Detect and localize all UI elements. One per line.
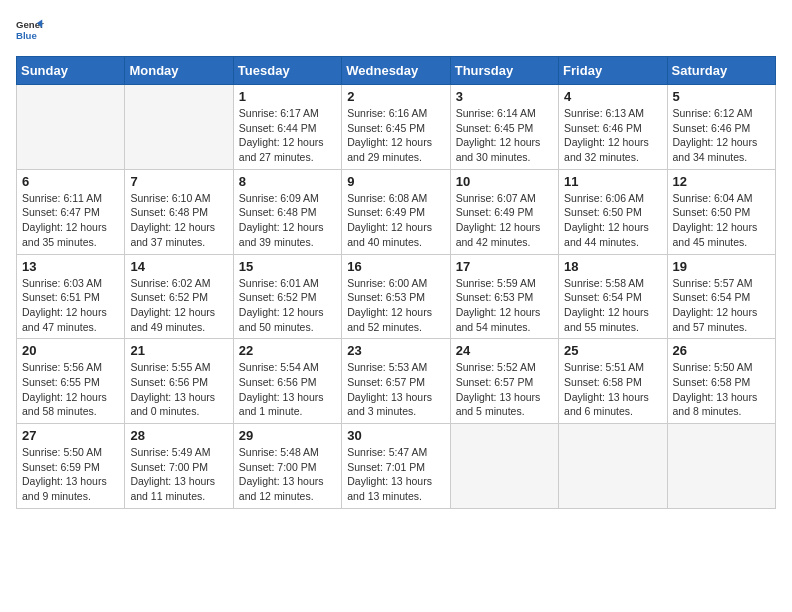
calendar-cell: 30Sunrise: 5:47 AM Sunset: 7:01 PM Dayli… xyxy=(342,424,450,509)
calendar-day-header: Saturday xyxy=(667,57,775,85)
day-number: 8 xyxy=(239,174,336,189)
day-number: 3 xyxy=(456,89,553,104)
calendar-cell: 21Sunrise: 5:55 AM Sunset: 6:56 PM Dayli… xyxy=(125,339,233,424)
calendar-header-row: SundayMondayTuesdayWednesdayThursdayFrid… xyxy=(17,57,776,85)
day-number: 25 xyxy=(564,343,661,358)
day-number: 15 xyxy=(239,259,336,274)
day-detail: Sunrise: 6:12 AM Sunset: 6:46 PM Dayligh… xyxy=(673,106,770,165)
day-detail: Sunrise: 6:16 AM Sunset: 6:45 PM Dayligh… xyxy=(347,106,444,165)
day-detail: Sunrise: 6:00 AM Sunset: 6:53 PM Dayligh… xyxy=(347,276,444,335)
day-number: 27 xyxy=(22,428,119,443)
day-number: 17 xyxy=(456,259,553,274)
logo: General Blue xyxy=(16,16,44,44)
calendar-cell: 13Sunrise: 6:03 AM Sunset: 6:51 PM Dayli… xyxy=(17,254,125,339)
calendar-cell xyxy=(17,85,125,170)
calendar-week-row: 6Sunrise: 6:11 AM Sunset: 6:47 PM Daylig… xyxy=(17,169,776,254)
calendar-cell: 9Sunrise: 6:08 AM Sunset: 6:49 PM Daylig… xyxy=(342,169,450,254)
calendar-cell xyxy=(450,424,558,509)
calendar-cell: 23Sunrise: 5:53 AM Sunset: 6:57 PM Dayli… xyxy=(342,339,450,424)
day-detail: Sunrise: 5:51 AM Sunset: 6:58 PM Dayligh… xyxy=(564,360,661,419)
calendar-cell: 2Sunrise: 6:16 AM Sunset: 6:45 PM Daylig… xyxy=(342,85,450,170)
calendar-cell: 17Sunrise: 5:59 AM Sunset: 6:53 PM Dayli… xyxy=(450,254,558,339)
day-detail: Sunrise: 6:09 AM Sunset: 6:48 PM Dayligh… xyxy=(239,191,336,250)
day-detail: Sunrise: 6:10 AM Sunset: 6:48 PM Dayligh… xyxy=(130,191,227,250)
day-number: 19 xyxy=(673,259,770,274)
day-number: 12 xyxy=(673,174,770,189)
day-detail: Sunrise: 6:04 AM Sunset: 6:50 PM Dayligh… xyxy=(673,191,770,250)
day-detail: Sunrise: 5:53 AM Sunset: 6:57 PM Dayligh… xyxy=(347,360,444,419)
day-number: 4 xyxy=(564,89,661,104)
calendar-cell: 26Sunrise: 5:50 AM Sunset: 6:58 PM Dayli… xyxy=(667,339,775,424)
day-detail: Sunrise: 6:02 AM Sunset: 6:52 PM Dayligh… xyxy=(130,276,227,335)
calendar-cell: 24Sunrise: 5:52 AM Sunset: 6:57 PM Dayli… xyxy=(450,339,558,424)
calendar-cell xyxy=(667,424,775,509)
day-detail: Sunrise: 6:11 AM Sunset: 6:47 PM Dayligh… xyxy=(22,191,119,250)
calendar-cell: 14Sunrise: 6:02 AM Sunset: 6:52 PM Dayli… xyxy=(125,254,233,339)
day-number: 20 xyxy=(22,343,119,358)
calendar-day-header: Thursday xyxy=(450,57,558,85)
calendar-cell: 18Sunrise: 5:58 AM Sunset: 6:54 PM Dayli… xyxy=(559,254,667,339)
calendar-day-header: Tuesday xyxy=(233,57,341,85)
day-detail: Sunrise: 6:06 AM Sunset: 6:50 PM Dayligh… xyxy=(564,191,661,250)
calendar-day-header: Friday xyxy=(559,57,667,85)
calendar-week-row: 20Sunrise: 5:56 AM Sunset: 6:55 PM Dayli… xyxy=(17,339,776,424)
calendar-cell: 20Sunrise: 5:56 AM Sunset: 6:55 PM Dayli… xyxy=(17,339,125,424)
day-number: 23 xyxy=(347,343,444,358)
day-number: 16 xyxy=(347,259,444,274)
day-number: 24 xyxy=(456,343,553,358)
calendar-cell: 29Sunrise: 5:48 AM Sunset: 7:00 PM Dayli… xyxy=(233,424,341,509)
calendar-cell: 1Sunrise: 6:17 AM Sunset: 6:44 PM Daylig… xyxy=(233,85,341,170)
day-number: 22 xyxy=(239,343,336,358)
day-number: 18 xyxy=(564,259,661,274)
day-number: 21 xyxy=(130,343,227,358)
calendar-cell: 8Sunrise: 6:09 AM Sunset: 6:48 PM Daylig… xyxy=(233,169,341,254)
day-detail: Sunrise: 5:52 AM Sunset: 6:57 PM Dayligh… xyxy=(456,360,553,419)
calendar-cell: 16Sunrise: 6:00 AM Sunset: 6:53 PM Dayli… xyxy=(342,254,450,339)
calendar-cell: 27Sunrise: 5:50 AM Sunset: 6:59 PM Dayli… xyxy=(17,424,125,509)
calendar-week-row: 13Sunrise: 6:03 AM Sunset: 6:51 PM Dayli… xyxy=(17,254,776,339)
calendar-table: SundayMondayTuesdayWednesdayThursdayFrid… xyxy=(16,56,776,509)
calendar-cell: 3Sunrise: 6:14 AM Sunset: 6:45 PM Daylig… xyxy=(450,85,558,170)
day-detail: Sunrise: 6:13 AM Sunset: 6:46 PM Dayligh… xyxy=(564,106,661,165)
day-detail: Sunrise: 5:47 AM Sunset: 7:01 PM Dayligh… xyxy=(347,445,444,504)
calendar-cell: 10Sunrise: 6:07 AM Sunset: 6:49 PM Dayli… xyxy=(450,169,558,254)
day-number: 2 xyxy=(347,89,444,104)
calendar-week-row: 27Sunrise: 5:50 AM Sunset: 6:59 PM Dayli… xyxy=(17,424,776,509)
calendar-cell: 4Sunrise: 6:13 AM Sunset: 6:46 PM Daylig… xyxy=(559,85,667,170)
calendar-cell: 5Sunrise: 6:12 AM Sunset: 6:46 PM Daylig… xyxy=(667,85,775,170)
calendar-cell: 15Sunrise: 6:01 AM Sunset: 6:52 PM Dayli… xyxy=(233,254,341,339)
day-detail: Sunrise: 5:57 AM Sunset: 6:54 PM Dayligh… xyxy=(673,276,770,335)
day-detail: Sunrise: 5:56 AM Sunset: 6:55 PM Dayligh… xyxy=(22,360,119,419)
day-detail: Sunrise: 5:49 AM Sunset: 7:00 PM Dayligh… xyxy=(130,445,227,504)
day-number: 14 xyxy=(130,259,227,274)
day-number: 29 xyxy=(239,428,336,443)
day-detail: Sunrise: 6:08 AM Sunset: 6:49 PM Dayligh… xyxy=(347,191,444,250)
day-detail: Sunrise: 6:07 AM Sunset: 6:49 PM Dayligh… xyxy=(456,191,553,250)
day-detail: Sunrise: 6:14 AM Sunset: 6:45 PM Dayligh… xyxy=(456,106,553,165)
day-number: 11 xyxy=(564,174,661,189)
day-number: 6 xyxy=(22,174,119,189)
page-header: General Blue xyxy=(16,16,776,44)
day-detail: Sunrise: 5:48 AM Sunset: 7:00 PM Dayligh… xyxy=(239,445,336,504)
calendar-day-header: Monday xyxy=(125,57,233,85)
calendar-cell: 11Sunrise: 6:06 AM Sunset: 6:50 PM Dayli… xyxy=(559,169,667,254)
day-detail: Sunrise: 5:54 AM Sunset: 6:56 PM Dayligh… xyxy=(239,360,336,419)
day-detail: Sunrise: 5:58 AM Sunset: 6:54 PM Dayligh… xyxy=(564,276,661,335)
svg-text:Blue: Blue xyxy=(16,30,37,41)
day-number: 7 xyxy=(130,174,227,189)
day-detail: Sunrise: 6:17 AM Sunset: 6:44 PM Dayligh… xyxy=(239,106,336,165)
day-detail: Sunrise: 6:01 AM Sunset: 6:52 PM Dayligh… xyxy=(239,276,336,335)
logo-icon: General Blue xyxy=(16,16,44,44)
calendar-day-header: Wednesday xyxy=(342,57,450,85)
day-number: 26 xyxy=(673,343,770,358)
calendar-cell: 6Sunrise: 6:11 AM Sunset: 6:47 PM Daylig… xyxy=(17,169,125,254)
calendar-cell xyxy=(559,424,667,509)
calendar-cell: 19Sunrise: 5:57 AM Sunset: 6:54 PM Dayli… xyxy=(667,254,775,339)
day-number: 5 xyxy=(673,89,770,104)
day-detail: Sunrise: 6:03 AM Sunset: 6:51 PM Dayligh… xyxy=(22,276,119,335)
calendar-cell: 7Sunrise: 6:10 AM Sunset: 6:48 PM Daylig… xyxy=(125,169,233,254)
calendar-cell: 28Sunrise: 5:49 AM Sunset: 7:00 PM Dayli… xyxy=(125,424,233,509)
calendar-cell xyxy=(125,85,233,170)
calendar-cell: 22Sunrise: 5:54 AM Sunset: 6:56 PM Dayli… xyxy=(233,339,341,424)
day-number: 28 xyxy=(130,428,227,443)
